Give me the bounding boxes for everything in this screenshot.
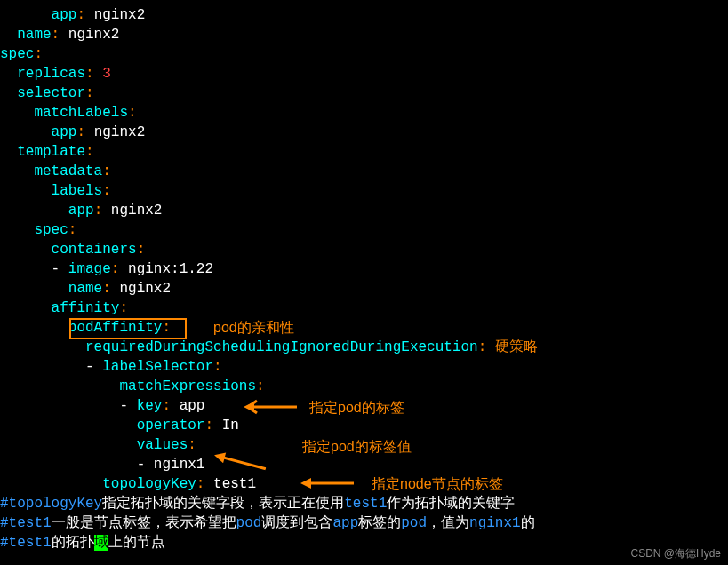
svg-marker-0 (244, 402, 254, 412)
annotation-node-label: 指定node节点的标签 (372, 474, 503, 494)
arrow-icon (244, 398, 297, 416)
annotation-pod-label-value: 指定pod的标签值 (302, 437, 412, 457)
watermark: CSDN @海德Hyde (630, 546, 721, 561)
annotation-pod-label: 指定pod的标签 (309, 398, 404, 418)
annotation-pod-affinity: pod的亲和性 (213, 318, 294, 338)
arrow-icon (300, 474, 354, 492)
highlight-box-podaffinity (69, 318, 187, 339)
code-block: app: nginx2 name: nginx2 spec: replicas:… (0, 5, 728, 494)
svg-marker-2 (300, 478, 311, 489)
annotation-hard-policy: 硬策略 (495, 339, 538, 355)
comment-block: #topologyKey指定拓扑域的关键字段，表示正在使用test1作为拓扑域的… (0, 494, 728, 553)
svg-marker-1 (212, 450, 226, 463)
